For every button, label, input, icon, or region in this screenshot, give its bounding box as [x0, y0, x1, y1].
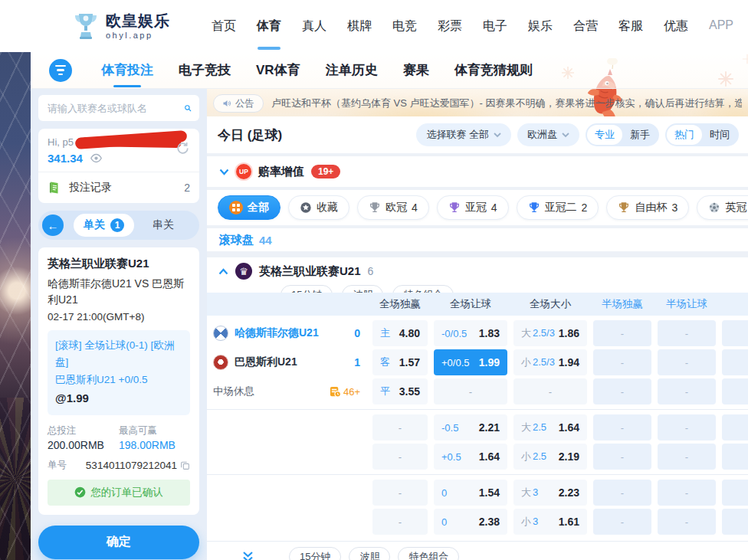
odds-cell-under[interactable]: 小2.5/31.94 [513, 349, 587, 375]
filter-icon[interactable] [49, 59, 72, 82]
menu-esports[interactable]: 电竞 [392, 18, 417, 34]
eye-icon[interactable] [90, 153, 103, 163]
odds-cell-empty[interactable]: - [513, 378, 587, 404]
match-stats[interactable]: 46+ [330, 386, 363, 398]
league-header[interactable]: ♛ 英格兰职业联赛U21 6 [207, 257, 748, 285]
search-input[interactable] [46, 102, 184, 115]
odds-cell-under[interactable]: 小2.52.19 [513, 444, 587, 470]
category-favorites[interactable]: 收藏 [288, 195, 349, 220]
odds-cell-empty[interactable]: - [658, 378, 716, 404]
odds-cell-over[interactable]: 大2.5/31.86 [513, 320, 587, 346]
league-select-dropdown[interactable]: 选择联赛 全部 [416, 123, 511, 146]
odds-boost-section[interactable]: UP 赔率增值 19+ [207, 156, 748, 187]
mode-novice-option[interactable]: 新手 [622, 125, 658, 145]
odds-cell-over[interactable]: 大2.51.64 [513, 414, 587, 440]
odds-cell-empty[interactable]: - [593, 378, 651, 404]
category-championship[interactable]: 英冠 2 [697, 195, 748, 220]
bet-records-link[interactable]: 投注记录 2 [48, 172, 190, 203]
category-all[interactable]: 全部 [218, 195, 280, 220]
market-pill-correct-score[interactable]: 波胆 [349, 547, 390, 560]
sort-hot-option[interactable]: 热门 [667, 125, 702, 145]
in-play-section-header[interactable]: 滚球盘 44 [207, 228, 748, 251]
odds-cell-empty[interactable]: - [593, 480, 651, 506]
tab-esports[interactable]: 电子竞技 [179, 61, 231, 79]
confirm-button[interactable]: 确定 [38, 526, 199, 559]
odds-cell-away-handicap-selected[interactable]: +0/0.51.99 [434, 349, 507, 375]
sort-time-option[interactable]: 时间 [702, 125, 737, 145]
odds-cell-empty[interactable]: - [658, 444, 716, 470]
odds-cell-draw[interactable]: 平3.55 [372, 378, 428, 404]
away-team[interactable]: 巴恩斯利U21 1 [213, 355, 366, 370]
odds-cell-empty[interactable]: - [658, 320, 716, 346]
copy-icon[interactable] [180, 460, 190, 470]
odds-cell-handicap[interactable]: -0.52.21 [434, 414, 507, 440]
odds-cell-empty[interactable]: - [372, 444, 428, 470]
odds-cell-over[interactable]: 大32.23 [513, 480, 587, 506]
category-count: 2 [582, 201, 588, 214]
mode-pro-option[interactable]: 专业 [587, 125, 622, 145]
market-pill-specials[interactable]: 特色组合 [398, 547, 459, 560]
menu-home[interactable]: 首页 [212, 18, 236, 34]
category-ucl[interactable]: 欧冠 4 [357, 195, 429, 220]
home-team[interactable]: 哈德斯菲尔德U21 0 [213, 326, 366, 341]
odds-cell-home-handicap[interactable]: -0/0.51.83 [434, 320, 507, 346]
menu-affiliate[interactable]: 合营 [573, 18, 598, 34]
market-type-dropdown[interactable]: 欧洲盘 [517, 123, 579, 146]
tab-vr-sports[interactable]: VR体育 [256, 61, 300, 79]
menu-board-games[interactable]: 棋牌 [347, 18, 372, 34]
odds-cell-empty[interactable]: - [593, 509, 651, 535]
market-pill[interactable]: 波胆 [342, 285, 383, 293]
league-logo-icon: ♛ [235, 263, 252, 280]
menu-lottery[interactable]: 彩票 [438, 18, 462, 34]
double-chevron-down-icon[interactable] [242, 551, 254, 560]
tab-bet-history[interactable]: 注单历史 [326, 61, 378, 79]
menu-app[interactable]: APP [709, 18, 733, 34]
category-acl2[interactable]: 亚冠二 2 [517, 195, 599, 220]
odds-cell-handicap[interactable]: 01.54 [434, 480, 507, 506]
tab-parlay-bet[interactable]: 串关 [153, 218, 174, 232]
odds-cell-empty[interactable]: - [593, 414, 651, 440]
menu-slots[interactable]: 电子 [483, 18, 507, 34]
tab-results[interactable]: 赛果 [403, 61, 429, 79]
menu-sports[interactable]: 体育 [257, 18, 281, 34]
brand-logo[interactable]: 欧皇娱乐 ohyl.app [73, 11, 170, 41]
odds-cell-empty[interactable]: - [372, 509, 428, 535]
odds-cell-cutoff [722, 349, 748, 375]
menu-live-casino[interactable]: 真人 [302, 18, 326, 34]
odds-row-away: 巴恩斯利U21 1 客1.57 +0/0.51.99 小2.5/31.94 - … [207, 349, 748, 375]
odds-cell-empty[interactable]: - [593, 320, 651, 346]
category-acl[interactable]: 亚冠 4 [437, 195, 509, 220]
odds-cell-handicap[interactable]: 02.38 [434, 509, 507, 535]
odds-row-extra: - 02.38 小31.61 - - [207, 509, 748, 535]
odds-cell-home-win[interactable]: 主4.80 [372, 320, 428, 346]
odds-cell-handicap[interactable]: +0.51.64 [434, 444, 507, 470]
refresh-icon[interactable] [176, 141, 190, 158]
odds-cell-empty[interactable]: - [372, 414, 428, 440]
odds-cell-empty[interactable]: - [658, 414, 716, 440]
menu-promos[interactable]: 优惠 [664, 18, 688, 34]
menu-support[interactable]: 客服 [618, 18, 643, 34]
odds-cell-empty[interactable]: - [658, 349, 716, 375]
tab-single-bet[interactable]: 单关 1 [74, 214, 134, 237]
odds-cell-empty[interactable]: - [593, 444, 651, 470]
search-icon[interactable] [184, 102, 192, 114]
market-pill[interactable]: 特色组合 [392, 285, 454, 293]
odds-cell-empty[interactable]: - [434, 378, 507, 404]
odds-cell-under[interactable]: 小31.61 [513, 509, 587, 535]
tab-sports-betting[interactable]: 体育投注 [101, 61, 153, 79]
menu-entertainment[interactable]: 娱乐 [528, 18, 553, 34]
odds-cell-away-win[interactable]: 客1.57 [372, 349, 428, 375]
odds-cell-empty[interactable]: - [658, 480, 716, 506]
chevron-up-icon[interactable] [218, 268, 228, 275]
odds-cell-empty[interactable]: - [372, 480, 428, 506]
category-libertadores[interactable]: 自由杯 3 [606, 195, 689, 220]
market-pill-15min[interactable]: 15分钟 [289, 547, 341, 560]
chevron-down-icon[interactable] [219, 169, 229, 175]
odds-cell-empty[interactable]: - [658, 509, 716, 535]
odds-cell-empty[interactable]: - [593, 349, 651, 375]
betslip-sidebar: Hi, p5 341.34 投 [31, 89, 207, 560]
back-arrow-icon[interactable]: ← [42, 215, 64, 236]
tab-betting-rules[interactable]: 体育竞猜规则 [454, 61, 533, 79]
market-pill[interactable]: 15分钟 [280, 285, 333, 293]
announcement-pill[interactable]: 公告 [213, 94, 264, 113]
